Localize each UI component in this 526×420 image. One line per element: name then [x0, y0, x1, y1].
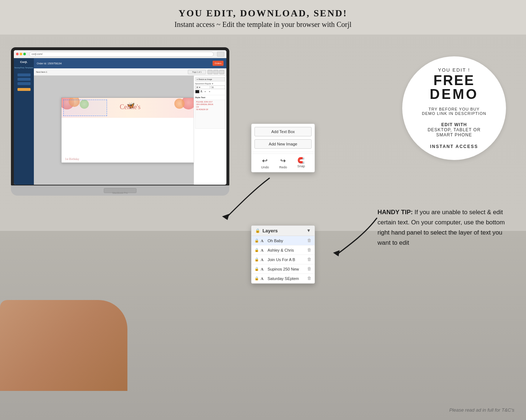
- secondary-toolbar: Next Item 1 Page 1 of 1: [34, 68, 226, 76]
- layer-item[interactable]: 🔒 A Saturday SEptem 🗑: [252, 274, 315, 283]
- demo-link-desc: DEMO LINK IN DESCRIPTION: [422, 111, 486, 116]
- layer-delete-icon[interactable]: 🗑: [307, 247, 312, 253]
- canvas-area: vital 🦋 Celine's: [34, 76, 226, 185]
- layer-type-icon: A: [261, 276, 266, 281]
- layer-lock-icon: 🔒: [254, 248, 259, 252]
- snap-item[interactable]: 🧲 Snap: [297, 157, 305, 169]
- free-demo-circle: YOU EDIT ! FREE DEMO TRY BEFORE YOU BUY …: [402, 56, 506, 160]
- editor-toolbar: Order Id: 1509758194 Orders: [34, 58, 226, 68]
- layer-delete-icon[interactable]: 🗑: [307, 238, 312, 243]
- layer-name: Supinos 250 New: [268, 267, 305, 271]
- layers-list: 🔒 A Oh Baby 🗑 🔒 A Ashley & Chris 🗑 🔒 A J…: [252, 236, 315, 283]
- layer-name: Join Us For A B: [268, 257, 305, 262]
- demo-instant-access: INSTANT ACCESS: [430, 144, 478, 149]
- arrow-to-laptop: [211, 175, 277, 222]
- laptop-screen-frame: corjl.com/ Corjl. NoorayParty Templates: [11, 47, 229, 185]
- undo-label: Undo: [261, 165, 269, 169]
- layer-name: Saturday SEptem: [268, 276, 305, 281]
- header-title: YOU EDIT, DOWNLOAD, SEND!: [7, 8, 519, 19]
- corjl-brand: NoorayParty Templates: [15, 67, 33, 69]
- demo-edit-with-label: EDIT WITH: [441, 122, 467, 127]
- layer-lock-icon: 🔒: [254, 239, 259, 243]
- laptop-screen: corjl.com/ Corjl. NoorayParty Templates: [14, 50, 226, 185]
- panel-icon-row: ↩ Undo ↪ Redo 🧲 Snap: [252, 153, 315, 172]
- svg-marker-1: [333, 250, 340, 256]
- add-new-image-button[interactable]: Add New Image: [254, 139, 312, 149]
- redo-icon: ↪: [280, 157, 286, 165]
- corjl-edit-panel: Add Text Box Add New Image ↩ Undo ↪ Redo…: [251, 124, 315, 172]
- header-subtitle: Instant access ~ Edit the template in yo…: [7, 20, 519, 29]
- layer-lock-icon: 🔒: [254, 267, 259, 271]
- demo-smartphone-label: SMART PHONE: [436, 132, 472, 137]
- browser-chrome: corjl.com/: [14, 50, 226, 58]
- corjl-left-sidebar: Corjl. NoorayParty Templates: [14, 58, 34, 185]
- layer-lock-icon: 🔒: [254, 257, 259, 261]
- browser-url[interactable]: corjl.com/: [29, 52, 214, 57]
- handy-tip-text: HANDY TIP: If you are unable to select &…: [377, 207, 516, 248]
- layer-type-icon: A: [261, 257, 266, 262]
- redo-label: Redo: [279, 165, 287, 169]
- corjl-logo: Corjl.: [20, 60, 27, 64]
- add-text-box-button[interactable]: Add Text Box: [254, 127, 312, 136]
- layer-item[interactable]: 🔒 A Ashley & Chris 🗑: [252, 245, 315, 255]
- arrow-to-layers: [326, 215, 384, 258]
- demo-you-edit-label: YOU EDIT !: [438, 67, 470, 73]
- layer-delete-icon[interactable]: 🗑: [307, 257, 312, 262]
- layer-type-icon: A: [261, 239, 266, 243]
- footer-note: Please read ad in full for T&C's: [449, 407, 514, 413]
- handy-tip-label: HANDY TIP:: [377, 209, 413, 216]
- demo-free-label: FREE: [434, 73, 475, 87]
- person-hand: [0, 300, 127, 391]
- demo-try-before: TRY BEFORE YOU BUY: [428, 107, 479, 111]
- layer-name: Oh Baby: [268, 239, 305, 243]
- demo-demo-label: DEMO: [430, 87, 479, 101]
- redo-item[interactable]: ↪ Redo: [279, 157, 287, 169]
- layer-delete-icon[interactable]: 🗑: [307, 276, 312, 281]
- undo-icon: ↩: [262, 157, 268, 165]
- browser-maximize-dot: [23, 53, 26, 55]
- laptop-container: corjl.com/ Corjl. NoorayParty Templates: [11, 47, 229, 196]
- layer-name: Ashley & Chris: [268, 248, 305, 252]
- layers-header[interactable]: 🔒 Layers ▼: [252, 226, 315, 236]
- layers-lock-icon: 🔒: [255, 228, 260, 233]
- snap-icon: 🧲: [297, 157, 305, 164]
- svg-marker-0: [222, 214, 229, 220]
- layers-chevron-icon: ▼: [306, 228, 311, 233]
- layer-lock-icon: 🔒: [254, 276, 259, 280]
- layers-title: Layers: [262, 228, 278, 233]
- layer-type-icon: A: [261, 267, 266, 271]
- snap-label: Snap: [297, 164, 305, 168]
- browser-minimize-dot: [20, 53, 22, 55]
- browser-close-dot: [16, 53, 19, 55]
- handy-tip-container: HANDY TIP: If you are unable to select &…: [377, 207, 516, 248]
- layer-delete-icon[interactable]: 🗑: [307, 266, 312, 272]
- layers-panel: 🔒 Layers ▼ 🔒 A Oh Baby 🗑 🔒 A Ashley & Ch…: [251, 225, 315, 284]
- layer-item[interactable]: 🔒 A Join Us For A B 🗑: [252, 255, 315, 264]
- layer-item[interactable]: 🔒 A Oh Baby 🗑: [252, 236, 315, 245]
- layer-item[interactable]: 🔒 A Supinos 250 New 🗑: [252, 264, 315, 274]
- demo-devices-label: DESKTOP, TABLET OR: [428, 127, 481, 132]
- undo-item[interactable]: ↩ Undo: [261, 157, 269, 169]
- layer-type-icon: A: [261, 248, 266, 252]
